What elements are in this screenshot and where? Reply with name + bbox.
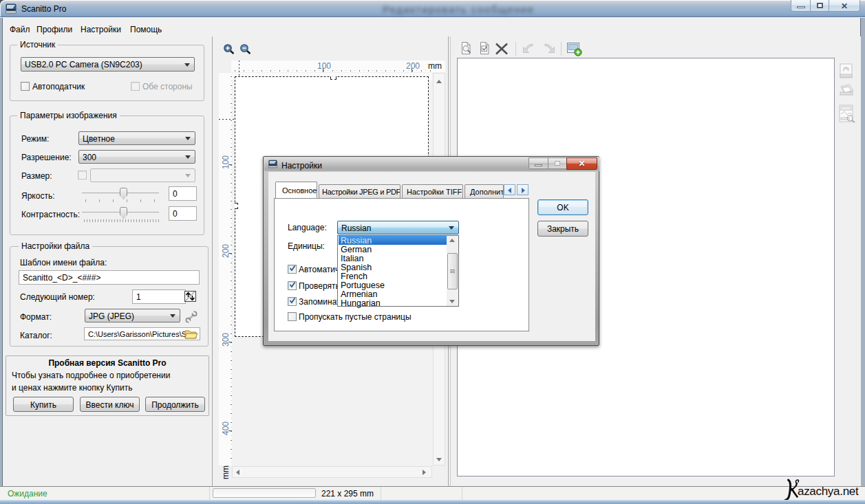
svg-text:azachya.net: azachya.net [798, 485, 859, 498]
